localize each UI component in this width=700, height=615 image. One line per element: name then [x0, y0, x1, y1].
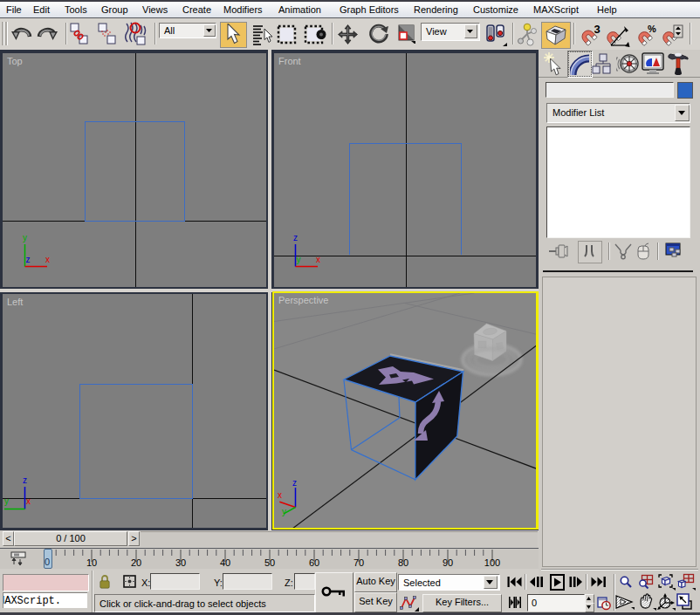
svg-text:y: y [297, 255, 301, 264]
svg-text:x: x [316, 255, 320, 264]
svg-text:10: 10 [86, 557, 97, 568]
svg-text:30: 30 [175, 557, 186, 568]
svg-text:80: 80 [398, 557, 408, 568]
svg-text:x: x [278, 490, 282, 500]
svg-text:60: 60 [309, 557, 319, 568]
svg-text:50: 50 [264, 557, 275, 568]
svg-text:40: 40 [220, 557, 230, 568]
svg-text:y: y [23, 233, 27, 243]
svg-text:%: % [648, 24, 656, 34]
svg-text:90: 90 [443, 557, 453, 568]
svg-text:z: z [26, 255, 31, 264]
svg-text:z: z [292, 478, 297, 488]
svg-text:y: y [4, 496, 9, 506]
svg-text:100: 100 [484, 557, 500, 568]
svg-text:70: 70 [353, 557, 364, 568]
svg-text:20: 20 [131, 557, 141, 568]
svg-text:x: x [26, 496, 31, 506]
svg-text:Perspective: Perspective [278, 295, 328, 305]
svg-text:x: x [45, 255, 50, 264]
svg-text:z: z [293, 233, 298, 243]
svg-text:3: 3 [594, 24, 600, 36]
svg-text:y: y [282, 507, 286, 516]
svg-text:z: z [23, 475, 27, 485]
